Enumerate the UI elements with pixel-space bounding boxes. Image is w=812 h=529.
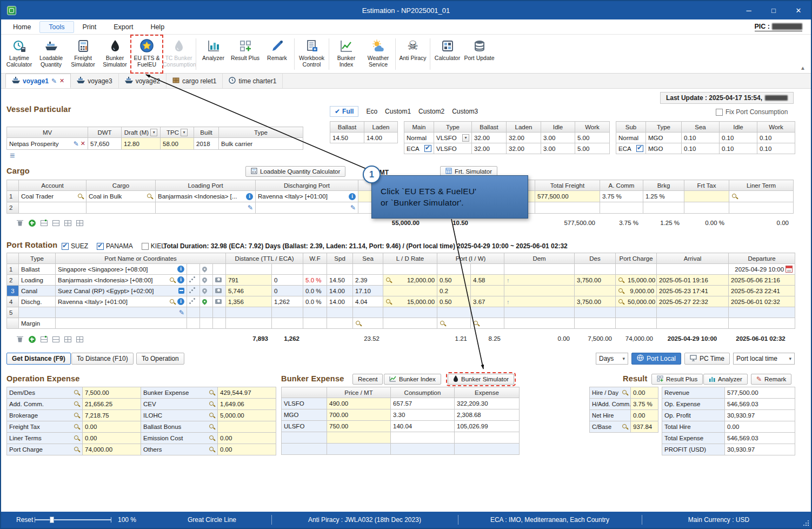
- pr-port-w-cell[interactable]: [471, 307, 504, 318]
- search-icon[interactable]: [169, 277, 176, 283]
- anti-piracy-ribbon-button[interactable]: ☠ Anti Piracy: [397, 35, 429, 73]
- pr-photo-col[interactable]: [213, 286, 226, 296]
- menu-tools[interactable]: Tools: [39, 21, 74, 33]
- pr-port-i-cell[interactable]: [437, 318, 471, 329]
- search-icon[interactable]: [209, 424, 215, 430]
- pr-ttl-cell[interactable]: [226, 307, 272, 318]
- opex-value[interactable]: 7,218.75: [83, 410, 141, 421]
- pc-time-button[interactable]: PC Time: [684, 353, 730, 365]
- camera-icon[interactable]: [215, 277, 222, 282]
- grid-view2-icon[interactable]: [75, 219, 84, 227]
- pr-route-col[interactable]: [187, 307, 200, 318]
- grid-view-icon[interactable]: [63, 219, 72, 227]
- up-arrow-icon[interactable]: [507, 277, 510, 283]
- map-pin-green-icon[interactable]: [201, 298, 208, 305]
- clear-vessel-icon[interactable]: [81, 141, 85, 147]
- cargo-a-comm-cell[interactable]: [600, 202, 643, 214]
- pr-port-w-cell[interactable]: [471, 318, 504, 329]
- tab-voyage1[interactable]: voyage1: [5, 74, 71, 88]
- close-button[interactable]: ✕: [786, 1, 811, 19]
- pr-port-w-cell[interactable]: [471, 286, 504, 296]
- kiel-checkbox[interactable]: [142, 243, 149, 250]
- cargo-discharging-port-cell[interactable]: Ravenna <Italy> [+01:00]: [256, 191, 358, 202]
- eu-ets-fueleu-button[interactable]: EU ETS & FuelEU: [131, 35, 163, 73]
- search-icon[interactable]: [209, 401, 215, 407]
- pr-route-col[interactable]: [187, 264, 200, 275]
- pr-port-w-cell[interactable]: [471, 264, 504, 275]
- pr-spd-cell[interactable]: 14.50: [327, 275, 353, 286]
- sub-fuel-type-cell[interactable]: MGO: [646, 133, 682, 143]
- opex-value[interactable]: 0.00: [218, 433, 276, 444]
- panama-checkbox[interactable]: [97, 243, 104, 250]
- menu-print[interactable]: Print: [74, 22, 105, 32]
- cargo-brkg-cell[interactable]: [643, 202, 684, 214]
- tab-voyage3[interactable]: voyage3: [71, 74, 118, 88]
- map-pin-icon[interactable]: [201, 266, 208, 273]
- freight-simulator-button[interactable]: Freight Simulator: [67, 35, 99, 73]
- split-row-icon[interactable]: [39, 335, 49, 343]
- pr-dem-cell[interactable]: [504, 307, 575, 318]
- pr-pin-col[interactable]: [200, 296, 213, 307]
- merge-row-icon[interactable]: [51, 335, 61, 343]
- sub-fuel-type-cell[interactable]: MGO: [646, 143, 682, 154]
- search-icon[interactable]: [731, 193, 738, 200]
- opex-value[interactable]: 0.00: [83, 421, 141, 433]
- bunker-index-ribbon-button[interactable]: Bunker Index: [330, 35, 362, 73]
- suez-option[interactable]: SUEZ: [62, 242, 88, 250]
- pr-departure-cell[interactable]: 2025-04-29 10:00: [729, 264, 795, 275]
- cargo-account-cell[interactable]: Coal Trader: [19, 191, 86, 202]
- opex-value[interactable]: 21,656.25: [83, 399, 141, 410]
- sub-idle-cell[interactable]: 0.10: [720, 133, 757, 143]
- pr-spd-cell[interactable]: [327, 307, 353, 318]
- cargo-a-comm-cell[interactable]: 3.75 %: [600, 191, 643, 202]
- main-fuel-type-cell[interactable]: VLSFO: [434, 133, 472, 143]
- pr-ld-cell[interactable]: 15,000.00: [383, 296, 437, 307]
- pr-charge-cell[interactable]: [616, 307, 657, 318]
- cargo-frt-tax-cell[interactable]: [684, 191, 729, 202]
- pr-type-cell[interactable]: Dischg.: [19, 296, 56, 307]
- vessel-list-icon[interactable]: [10, 151, 15, 160]
- eca-checkbox[interactable]: [636, 145, 643, 152]
- pr-photo-col[interactable]: [213, 275, 226, 286]
- search-icon[interactable]: [618, 299, 624, 305]
- pr-ld-cell[interactable]: [383, 264, 437, 275]
- cargo-liner-term-cell[interactable]: [729, 191, 794, 202]
- main-work-cell[interactable]: 5.00: [575, 133, 610, 143]
- bunker-price-cell[interactable]: 700.00: [327, 409, 391, 421]
- opex-value[interactable]: 429,544.97: [218, 387, 276, 399]
- anti-piracy-status[interactable]: Anti Piracy : JWLA032 (18th Dec 2023): [271, 516, 458, 524]
- pr-port-i-cell[interactable]: 0.2: [437, 286, 471, 296]
- split-row-icon[interactable]: [39, 219, 49, 227]
- pr-port-cell[interactable]: Suez Canal (RP) <Egypt> [+02:00]: [56, 286, 187, 296]
- pr-port-cell[interactable]: Ravenna <Italy> [+01:00]: [56, 296, 187, 307]
- tab-cargo-relet1[interactable]: cargo relet1: [167, 74, 223, 88]
- pr-charge-cell[interactable]: 50,000.00: [616, 296, 657, 307]
- pr-ld-cell[interactable]: [383, 307, 437, 318]
- pr-ttl-cell[interactable]: [226, 264, 272, 275]
- pr-spd-cell[interactable]: 14.00: [327, 286, 353, 296]
- main-laden-cell[interactable]: 32.00: [507, 133, 541, 143]
- consumption-tab-custom1[interactable]: Custom1: [385, 108, 411, 115]
- pr-spd-cell[interactable]: [327, 264, 353, 275]
- workbook-control-button[interactable]: Workbook Control: [296, 35, 328, 73]
- opex-value[interactable]: 7,500.00: [83, 387, 141, 399]
- bunker-price-cell[interactable]: 750.00: [327, 421, 391, 432]
- pr-port-cell[interactable]: [56, 307, 187, 318]
- info-icon[interactable]: [177, 298, 184, 305]
- speed-ballast-cell[interactable]: 14.50: [330, 133, 364, 143]
- grid-view2-icon[interactable]: [75, 335, 84, 343]
- search-icon[interactable]: [74, 435, 80, 441]
- pr-photo-col[interactable]: [213, 307, 226, 318]
- eca-status[interactable]: ECA : IMO, Mediterranean, Each Country: [458, 516, 642, 524]
- search-icon[interactable]: [209, 446, 215, 453]
- pr-charge-cell[interactable]: 15,000.00: [616, 275, 657, 286]
- port-update-button[interactable]: Port Update: [463, 35, 495, 73]
- sub-work-cell[interactable]: 0.10: [757, 143, 795, 154]
- port-local-time-select[interactable]: Port local time: [733, 353, 795, 365]
- laytime-calculator-button[interactable]: Laytime Calculator: [3, 35, 35, 73]
- pr-dem-cell[interactable]: [504, 264, 575, 275]
- pr-port-i-cell[interactable]: [437, 307, 471, 318]
- sub-sea-cell[interactable]: 0.10: [682, 143, 720, 154]
- opex-value[interactable]: 74,000.00: [83, 444, 141, 455]
- search-icon[interactable]: [622, 424, 628, 430]
